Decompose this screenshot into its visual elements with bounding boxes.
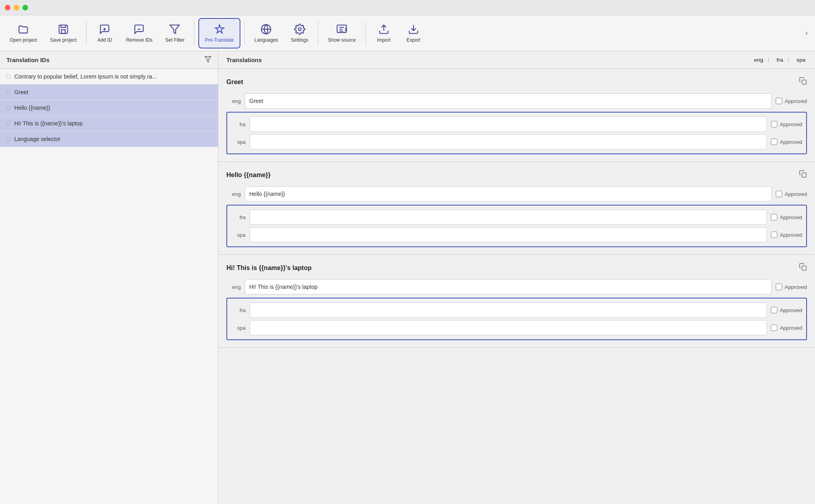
lang-label-eng: eng	[226, 284, 241, 290]
translations-title: Translations	[226, 56, 262, 63]
approved-wrap: Approved	[771, 121, 802, 127]
svg-rect-18	[802, 266, 807, 270]
item-text: Contrary to popular belief, Lorem Ipsum …	[14, 73, 212, 80]
entry-row-spa: spa Approved	[231, 227, 802, 242]
approved-wrap: Approved	[776, 191, 807, 197]
eng-input-hello[interactable]	[245, 186, 772, 202]
message-icon: □	[6, 89, 10, 96]
approved-checkbox-fra[interactable]	[771, 307, 777, 313]
export-button[interactable]: Export	[399, 18, 428, 48]
approved-checkbox-eng[interactable]	[776, 98, 782, 104]
entry-title-hello: Hello {{name}}	[226, 170, 807, 180]
entry-title-greet: Greet	[226, 77, 807, 87]
approved-checkbox-spa[interactable]	[771, 139, 777, 145]
approved-label: Approved	[780, 232, 802, 238]
approved-wrap: Approved	[771, 214, 802, 220]
approved-checkbox-eng[interactable]	[776, 284, 782, 290]
toolbar-sep-1	[86, 21, 87, 45]
filter-icon[interactable]	[204, 56, 212, 64]
toolbar-sep-3	[244, 21, 245, 45]
entry-row-fra: fra Approved	[231, 210, 802, 225]
message-icon: □	[6, 120, 10, 127]
approved-checkbox-eng[interactable]	[776, 191, 782, 197]
lang-label-spa: spa	[231, 232, 246, 238]
translation-group-hi: fra Approved spa Approved	[226, 298, 807, 340]
approved-checkbox-spa[interactable]	[771, 325, 777, 331]
lang-label-fra: fra	[231, 307, 246, 313]
toolbar: Open project Save project Add ID Remove …	[0, 15, 815, 51]
copy-icon-greet[interactable]	[799, 77, 807, 87]
list-item[interactable]: □ Hi! This is {{name}}'s laptop	[0, 116, 218, 131]
svg-marker-5	[170, 25, 180, 33]
fra-input-hello[interactable]	[250, 210, 767, 225]
spa-input-greet[interactable]	[250, 134, 767, 149]
maximize-button[interactable]	[22, 5, 28, 10]
approved-label: Approved	[780, 307, 802, 313]
svg-rect-17	[802, 173, 807, 177]
entry-row-spa: spa Approved	[231, 134, 802, 149]
approved-label: Approved	[785, 284, 807, 290]
item-text: Greet	[14, 89, 212, 95]
open-project-button[interactable]: Open project	[4, 18, 43, 48]
approved-label: Approved	[785, 191, 807, 197]
approved-wrap: Approved	[771, 325, 802, 331]
approved-label: Approved	[780, 139, 802, 145]
svg-rect-1	[61, 30, 65, 33]
svg-rect-16	[802, 80, 807, 85]
entry-row-eng: eng Approved	[226, 93, 807, 109]
approved-label: Approved	[780, 325, 802, 331]
toolbar-sep-4	[318, 21, 318, 45]
languages-button[interactable]: Languages	[249, 18, 284, 48]
title-bar	[0, 0, 815, 15]
item-text: Language selector	[14, 136, 212, 142]
approved-checkbox-fra[interactable]	[771, 121, 777, 127]
approved-checkbox-fra[interactable]	[771, 214, 777, 220]
lang-label-fra: fra	[231, 121, 246, 127]
approved-wrap: Approved	[776, 284, 807, 290]
pre-translate-button[interactable]: Pre-Translate	[198, 18, 240, 48]
eng-input-hi[interactable]	[245, 279, 772, 294]
eng-input-greet[interactable]	[245, 93, 772, 109]
spa-input-hi[interactable]	[250, 320, 767, 335]
settings-button[interactable]: Settings	[285, 18, 314, 48]
lang-tab-fra[interactable]: fra	[775, 56, 790, 64]
list-item[interactable]: □ Contrary to popular belief, Lorem Ipsu…	[0, 69, 218, 85]
approved-label: Approved	[780, 121, 802, 127]
list-item[interactable]: □ Language selector	[0, 131, 218, 147]
list-item[interactable]: □ Hello {{name}}	[0, 100, 218, 116]
toolbar-sep-5	[365, 21, 366, 45]
list-item[interactable]: □ Greet	[0, 85, 218, 100]
import-button[interactable]: Import	[370, 18, 398, 48]
spa-input-hello[interactable]	[250, 227, 767, 242]
save-project-button[interactable]: Save project	[44, 18, 83, 48]
copy-icon-hello[interactable]	[799, 170, 807, 180]
svg-rect-0	[59, 25, 68, 33]
lang-tab-eng[interactable]: eng	[752, 56, 770, 64]
svg-marker-15	[205, 56, 211, 62]
fra-input-greet[interactable]	[250, 117, 767, 132]
approved-label: Approved	[785, 98, 807, 104]
show-source-button[interactable]: Show source	[322, 18, 361, 48]
translation-group-hello: fra Approved spa Approved	[226, 205, 807, 247]
lang-tab-spa[interactable]: spa	[795, 56, 807, 64]
approved-checkbox-spa[interactable]	[771, 232, 777, 238]
translation-entry-hi: Hi! This is {{name}}'s laptop eng Approv…	[218, 255, 815, 348]
entry-row-fra: fra Approved	[231, 117, 802, 132]
translation-ids-title: Translation IDs	[6, 56, 50, 63]
svg-point-8	[298, 28, 301, 30]
copy-icon-hi[interactable]	[799, 263, 807, 273]
close-button[interactable]	[5, 5, 10, 10]
translation-entry-greet: Greet eng Approved	[218, 69, 815, 162]
lang-label-spa: spa	[231, 325, 246, 331]
approved-wrap: Approved	[776, 98, 807, 104]
toolbar-more-button[interactable]: ›	[802, 26, 811, 40]
translations-header: Translations eng fra spa	[218, 51, 815, 69]
add-id-button[interactable]: Add ID	[91, 18, 119, 48]
right-panel: Translations eng fra spa Greet eng	[218, 51, 815, 504]
minimize-button[interactable]	[14, 5, 19, 10]
remove-ids-button[interactable]: Remove IDs	[120, 18, 158, 48]
fra-input-hi[interactable]	[250, 302, 767, 318]
set-filter-button[interactable]: Set Filter	[159, 18, 190, 48]
window-controls	[5, 5, 28, 10]
translation-entry-hello: Hello {{name}} eng Approved fra	[218, 162, 815, 255]
